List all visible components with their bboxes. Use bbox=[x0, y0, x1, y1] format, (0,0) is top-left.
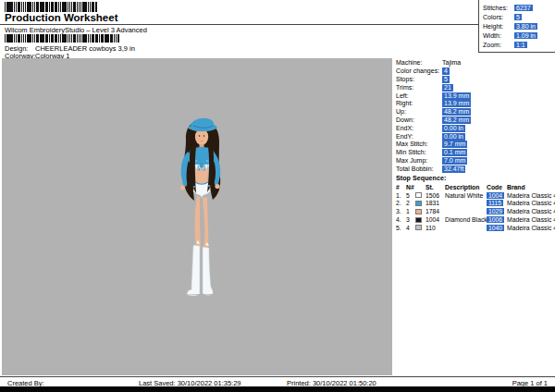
machine-info-row: Machine: Tajima bbox=[396, 59, 553, 67]
machine-info-row: Max Jump: 7.0 mm bbox=[396, 157, 553, 165]
stop-sequence-row: 4. 3 1004 Diamond Black 1006 Madeira Cla… bbox=[396, 215, 553, 224]
production-worksheet-page: Production Worksheet Wilcom EmbroiderySt… bbox=[0, 0, 555, 392]
machine-info-row: Max Stitch: 9.7 mm bbox=[396, 141, 553, 149]
stat-height: Height: 3.80 in bbox=[483, 21, 555, 31]
figure-midriff bbox=[195, 169, 208, 185]
machine-info-row: Down: 48.2 mm bbox=[396, 116, 553, 125]
machine-info-row: EndY: 0.00 in bbox=[396, 132, 553, 141]
machine-info-row: Right: 13.9 mm bbox=[396, 100, 553, 108]
stop-sequence-row: 1. 5 1506 Natural White 1004 Madeira Cla… bbox=[396, 191, 553, 200]
design-barcode-top bbox=[5, 2, 97, 12]
stat-colors: Colors: 5 bbox=[483, 12, 555, 21]
design-canvas bbox=[2, 58, 392, 375]
page-title: Production Worksheet bbox=[5, 12, 117, 23]
machine-info-row: Min Stitch: 0.1 mm bbox=[396, 149, 553, 157]
machine-info-row: Total Bobbin: 32.47ft bbox=[396, 165, 553, 173]
design-barcode bbox=[5, 34, 119, 43]
header-divider bbox=[0, 24, 478, 25]
thread-swatch bbox=[415, 192, 422, 198]
machine-info-row: Color changes: 4 bbox=[396, 67, 553, 76]
stop-sequence-row: 5. 4 110 1040 Madeira Classic 40 bbox=[396, 224, 553, 232]
figure-hat bbox=[188, 118, 216, 131]
figure-legs bbox=[195, 195, 209, 248]
application-name: Wilcom EmbroideryStudio – Level 3 Advanc… bbox=[5, 26, 147, 34]
machine-info-row: Stops: 5 bbox=[396, 76, 553, 84]
cheerleader-design-preview bbox=[171, 117, 230, 307]
machine-info-row: EndX: 0.00 in bbox=[396, 124, 553, 132]
stop-sequence-title: Stop Sequence: bbox=[396, 174, 553, 183]
stat-width: Width: 1.09 in bbox=[483, 31, 555, 41]
thread-swatch bbox=[415, 201, 422, 206]
thread-swatch bbox=[415, 209, 422, 214]
figure-boots bbox=[187, 240, 213, 296]
stat-stitches: Stitches: 6237 bbox=[483, 3, 555, 12]
machine-info-row: Up: 48.2 mm bbox=[396, 108, 553, 116]
thread-swatch bbox=[415, 225, 422, 230]
footer-divider bbox=[0, 376, 555, 377]
stat-zoom: Zoom: 1:1 bbox=[483, 41, 555, 50]
machine-info-row: Left: 13.9 mm bbox=[396, 92, 553, 100]
stop-sequence-row: 2. 2 1831 1115 Madeira Classic 40 bbox=[396, 200, 553, 208]
machine-info-panel: Machine: Tajima Color changes: 4 Stops: … bbox=[396, 59, 553, 173]
bottom-edge-bar bbox=[0, 386, 555, 392]
stop-sequence-header: # N# St. Description Code Brand bbox=[396, 183, 553, 191]
thread-swatch bbox=[415, 217, 422, 223]
stop-sequence-panel: Stop Sequence: # N# St. Description Code… bbox=[396, 174, 553, 232]
machine-info-row: Trims: 21 bbox=[396, 83, 553, 92]
stop-sequence-row: 3. 1 1784 1029 Madeira Classic 40 bbox=[396, 207, 553, 215]
design-stats-panel: Stitches: 6237 Colors: 5 Height: 3.80 in… bbox=[478, 0, 555, 53]
